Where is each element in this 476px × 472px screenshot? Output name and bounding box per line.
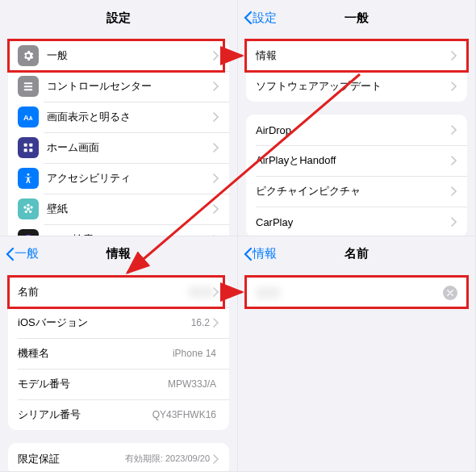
row-airplay[interactable]: AirPlayとHandoff [246, 145, 467, 176]
row-pip[interactable]: ピクチャインピクチャ [246, 176, 467, 207]
page-title: 情報 [106, 246, 131, 261]
back-label: 一般 [15, 246, 39, 261]
row-airdrop[interactable]: AirDrop [246, 115, 467, 145]
row-ios-version[interactable]: iOSバージョン 16.2 [8, 307, 229, 338]
svg-rect-5 [24, 144, 27, 147]
row-label: アクセシビリティ [47, 171, 213, 186]
row-value: 有効期限: 2023/09/20 [125, 453, 210, 465]
flower-icon [18, 198, 39, 219]
back-label: 設定 [253, 10, 277, 26]
blurred-value [256, 287, 280, 299]
back-button[interactable]: 設定 [243, 10, 277, 26]
chevron-right-icon [451, 51, 457, 61]
row-control-center[interactable]: コントロールセンター [8, 71, 229, 102]
page-title: 一般 [344, 10, 369, 26]
gear-icon [18, 45, 39, 66]
about-group: 名前 iOSバージョン 16.2 機種名 iPhone 14 モデル番号 MPW… [8, 277, 229, 430]
row-label: 壁紙 [47, 202, 213, 216]
row-model-number[interactable]: モデル番号 MPW33J/A [8, 369, 229, 399]
row-siri[interactable]: Siriと検索 [8, 224, 229, 236]
panel-name: 情報 名前 [238, 236, 476, 473]
row-label: AirDrop [256, 124, 451, 136]
row-model-name: 機種名 iPhone 14 [8, 338, 229, 369]
chevron-right-icon [213, 81, 219, 91]
svg-rect-1 [24, 86, 33, 87]
row-value: MPW33J/A [168, 378, 216, 390]
chevron-right-icon [213, 204, 219, 214]
svg-text:A: A [29, 115, 33, 121]
content: 一般 コントロールセンター AA 画面表示と明るさ [0, 36, 237, 236]
svg-rect-8 [29, 148, 32, 152]
sliders-icon [18, 76, 39, 97]
name-input-row[interactable] [246, 277, 467, 309]
chevron-right-icon [451, 156, 457, 165]
row-carplay[interactable]: CarPlay [246, 207, 467, 236]
panel-general: 設定 一般 情報 ソフトウェアアップデート AirDrop [238, 0, 476, 236]
row-home[interactable]: ホーム画面 [8, 132, 229, 163]
chevron-right-icon [213, 173, 219, 183]
panel-settings: 設定 一般 コントロールセンター [0, 0, 238, 236]
row-name[interactable]: 名前 [8, 277, 229, 307]
back-button[interactable]: 一般 [5, 246, 39, 261]
svg-point-14 [25, 211, 27, 213]
content: 名前 iOSバージョン 16.2 機種名 iPhone 14 モデル番号 MPW… [0, 272, 237, 472]
chevron-right-icon [213, 51, 219, 61]
svg-point-15 [23, 206, 26, 208]
settings-group: 一般 コントロールセンター AA 画面表示と明るさ [8, 40, 229, 236]
svg-point-13 [29, 211, 31, 213]
text-size-icon: AA [18, 107, 39, 127]
row-accessibility[interactable]: アクセシビリティ [8, 163, 229, 194]
panel-about: 一般 情報 名前 iOSバージョン 16.2 機種名 iPhone 14 [0, 236, 238, 473]
row-general[interactable]: 一般 [8, 40, 229, 71]
page-title: 名前 [344, 246, 369, 261]
row-wallpaper[interactable]: 壁紙 [8, 194, 229, 224]
row-label: iOSバージョン [18, 315, 191, 330]
row-display[interactable]: AA 画面表示と明るさ [8, 102, 229, 132]
row-label: シリアル番号 [18, 407, 152, 422]
row-software-update[interactable]: ソフトウェアアップデート [246, 71, 467, 102]
chevron-right-icon [213, 454, 219, 464]
content [238, 272, 475, 472]
row-label: CarPlay [256, 216, 451, 228]
svg-text:A: A [23, 114, 29, 122]
svg-rect-6 [29, 144, 32, 147]
general-group-1: 情報 ソフトウェアアップデート [246, 40, 467, 102]
chevron-right-icon [213, 287, 219, 297]
siri-icon [18, 229, 39, 236]
accessibility-icon [18, 168, 39, 189]
row-label: 画面表示と明るさ [47, 110, 213, 124]
chevron-right-icon [451, 217, 457, 227]
chevron-right-icon [213, 235, 219, 236]
navbar: 情報 名前 [238, 236, 475, 272]
row-label: Siriと検索 [47, 232, 213, 236]
navbar: 設定 一般 [238, 0, 475, 36]
chevron-right-icon [213, 143, 219, 152]
navbar: 設定 [0, 0, 237, 36]
chevron-right-icon [213, 318, 219, 328]
svg-point-9 [27, 173, 30, 176]
back-button[interactable]: 情報 [243, 246, 277, 261]
row-label: ピクチャインピクチャ [256, 184, 451, 198]
row-label: ホーム画面 [47, 140, 213, 155]
row-warranty[interactable]: 限定保証 有効期限: 2023/09/20 [8, 443, 229, 472]
general-group-2: AirDrop AirPlayとHandoff ピクチャインピクチャ CarPl… [246, 115, 467, 236]
row-about[interactable]: 情報 [246, 40, 467, 71]
svg-point-12 [30, 206, 32, 208]
row-serial: シリアル番号 QY43FHWK16 [8, 399, 229, 430]
chevron-right-icon [213, 112, 219, 122]
chevron-right-icon [451, 186, 457, 196]
row-value: 16.2 [191, 317, 210, 328]
svg-rect-2 [24, 89, 33, 90]
row-value: QY43FHWK16 [152, 409, 216, 420]
grid-icon [18, 137, 39, 158]
clear-text-icon[interactable] [443, 286, 457, 300]
svg-rect-7 [24, 148, 27, 152]
row-label: コントロールセンター [47, 79, 213, 94]
row-label: ソフトウェアアップデート [256, 79, 451, 94]
navbar: 一般 情報 [0, 236, 237, 272]
svg-rect-0 [24, 82, 33, 84]
row-value: iPhone 14 [173, 348, 216, 359]
row-label: 名前 [18, 285, 189, 299]
row-label: 情報 [256, 48, 451, 63]
row-label: 一般 [47, 48, 213, 63]
